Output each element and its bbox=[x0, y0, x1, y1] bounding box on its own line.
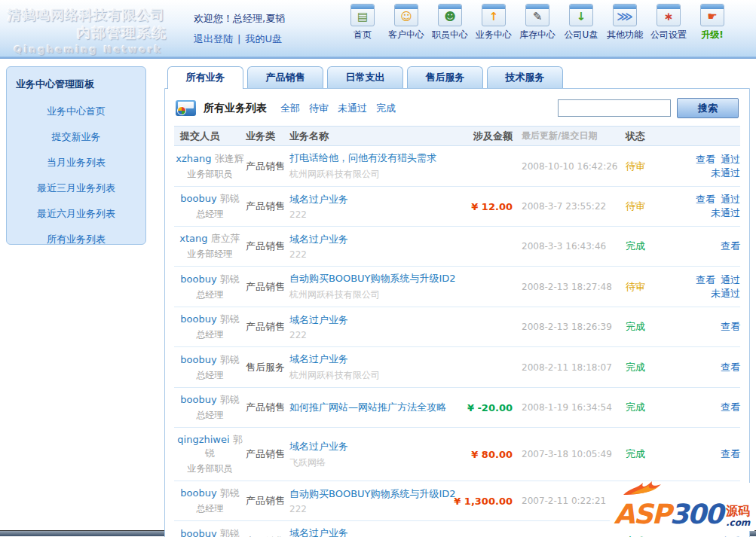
business-category: 产品销售 bbox=[246, 160, 289, 173]
business-subtitle: 飞跃网络 bbox=[289, 456, 454, 469]
search-input[interactable] bbox=[558, 99, 671, 117]
filter-link[interactable]: 待审 bbox=[309, 102, 329, 114]
submitter-username-link[interactable]: boobuy bbox=[180, 273, 216, 285]
nav-item[interactable]: ↓ 公司U盘 bbox=[559, 4, 603, 41]
nav-item[interactable]: ☻ 职员中心 bbox=[428, 4, 472, 41]
submitter-username-link[interactable]: boobuy bbox=[180, 394, 216, 405]
sidebar-title: 业务中心管理面板 bbox=[7, 75, 145, 99]
submitter-username-link[interactable]: boobuy bbox=[180, 313, 216, 325]
top-nav: ▤ 首页 ☺ 客户中心 ☻ 职员中心 ↑ bbox=[341, 4, 734, 41]
tab[interactable]: 技术服务 bbox=[487, 66, 563, 88]
business-category: 产品销售 bbox=[246, 320, 289, 334]
sidebar-item[interactable]: 所有业务列表 bbox=[7, 227, 145, 252]
app-window: 清鹤鸣网络科技有限公司 内部管理系统 Qingheming Network 欢迎… bbox=[0, 0, 756, 537]
action-link[interactable]: 查看 bbox=[721, 401, 740, 413]
nav-item[interactable]: ☛ 升级! bbox=[690, 4, 734, 41]
submitter-username-link[interactable]: xtang bbox=[179, 233, 207, 244]
update-date: 2008-3-3 16:43:46 bbox=[513, 241, 623, 252]
status-badge: 完成 bbox=[623, 535, 659, 537]
business-title-link[interactable]: 域名过户业务 bbox=[289, 233, 454, 246]
filter-link[interactable]: 未通过 bbox=[338, 102, 367, 114]
business-title-link[interactable]: 自动购买BOOBUY购物系统与升级ID2 bbox=[289, 272, 454, 285]
tab[interactable]: 日常支出 bbox=[327, 66, 403, 88]
submitter-realname: 郭锐 bbox=[220, 193, 240, 204]
action-link[interactable]: 查看 bbox=[696, 274, 715, 285]
business-title-link[interactable]: 自动购买BOOBUY购物系统与升级ID2 bbox=[289, 487, 454, 501]
status-badge: 完成 bbox=[623, 401, 659, 414]
action-link[interactable]: 查看 bbox=[696, 154, 715, 165]
nav-item[interactable]: ∗ 公司设置 bbox=[647, 4, 690, 41]
action-link[interactable]: 未通过 bbox=[711, 167, 740, 178]
filter-link[interactable]: 全部 bbox=[280, 102, 300, 114]
logo-english-name: Qingheming Network bbox=[8, 44, 179, 55]
status-badge: 待审 bbox=[623, 160, 659, 173]
business-title-link[interactable]: 域名过户业务 bbox=[289, 526, 454, 537]
header-separator bbox=[0, 56, 756, 59]
business-title-link[interactable]: 域名过户业务 bbox=[289, 352, 454, 366]
business-name-cell: 域名过户业务 杭州11网跃科技有限公司2 bbox=[289, 526, 454, 537]
column-header-status: 状态 bbox=[623, 130, 659, 143]
list-title: 所有业务列表 bbox=[204, 102, 267, 115]
action-link[interactable]: 查看 bbox=[721, 321, 740, 332]
update-date: 2008-2-13 18:27:48 bbox=[513, 282, 623, 292]
action-link[interactable]: 通过 bbox=[721, 274, 740, 285]
business-category: 产品销售 bbox=[246, 494, 289, 508]
submitter-username-link[interactable]: xzhang bbox=[176, 153, 211, 164]
submitter-username-link[interactable]: boobuy bbox=[180, 487, 216, 499]
my-udisk-link[interactable]: 我的U盘 bbox=[245, 33, 282, 44]
table-row: qingzhiwei 郭锐 业务部职员 产品销售 域名过户业务 飞跃网络 ¥ 8… bbox=[174, 428, 740, 481]
table-header: 提交人员 业务类 业务名称 涉及金额 最后更新/提交日期 状态 bbox=[174, 126, 740, 146]
tab[interactable]: 售后服务 bbox=[407, 66, 483, 88]
action-link[interactable]: 查看 bbox=[721, 448, 740, 459]
update-date: 2008-10-10 16:42:26 bbox=[513, 161, 623, 172]
action-link[interactable]: 查看 bbox=[721, 362, 740, 373]
tab[interactable]: 产品销售 bbox=[247, 66, 323, 88]
business-title-link[interactable]: 如何推广网站—网站推广方法全攻略 bbox=[289, 401, 454, 414]
action-link[interactable]: 通过 bbox=[721, 154, 740, 165]
main-content: 所有业务产品销售日常支出售后服务技术服务 所有业务列表 全部待审未通过完成 搜索… bbox=[164, 66, 750, 537]
sidebar-item[interactable]: 提交新业务 bbox=[7, 124, 145, 150]
business-category: 产品销售 bbox=[246, 280, 289, 294]
submitter-username-link[interactable]: boobuy bbox=[180, 193, 216, 204]
welcome-text: 欢迎您！总经理,夏韬 bbox=[194, 12, 285, 26]
action-link[interactable]: 通过 bbox=[721, 194, 740, 205]
filter-link[interactable]: 完成 bbox=[376, 102, 396, 114]
search-button[interactable]: 搜索 bbox=[677, 98, 739, 118]
nav-item[interactable]: ✎ 库存中心 bbox=[516, 4, 559, 41]
sidebar-item[interactable]: 最近六月业务列表 bbox=[7, 201, 145, 227]
inventory-center-icon: ✎ bbox=[525, 4, 549, 26]
nav-item[interactable]: ↑ 业务中心 bbox=[472, 4, 516, 41]
sidebar-item[interactable]: 最近三月业务列表 bbox=[7, 175, 145, 201]
business-title-link[interactable]: 域名过户业务 bbox=[289, 440, 454, 453]
submitter-username-link[interactable]: qingzhiwei bbox=[177, 434, 229, 445]
row-actions: 查看通过未通过 bbox=[659, 273, 740, 301]
sidebar-item[interactable]: 当月业务列表 bbox=[7, 150, 145, 175]
business-title-link[interactable]: 域名过户业务 bbox=[289, 193, 454, 206]
action-link[interactable]: 未通过 bbox=[711, 207, 740, 218]
column-header-amount: 涉及金额 bbox=[454, 130, 513, 143]
submitter-username-link[interactable]: boobuy bbox=[180, 354, 216, 365]
status-badge: 完成 bbox=[623, 320, 659, 334]
nav-item[interactable]: ⋙ 其他功能 bbox=[603, 4, 647, 41]
nav-item[interactable]: ☺ 客户中心 bbox=[384, 4, 428, 41]
submitter-role: 总经理 bbox=[174, 369, 246, 382]
tab[interactable]: 所有业务 bbox=[167, 66, 243, 89]
amount: ¥ 1,300.00 bbox=[454, 496, 513, 507]
submitter-role: 总经理 bbox=[174, 409, 246, 422]
action-link[interactable]: 查看 bbox=[721, 240, 740, 252]
welcome-block: 欢迎您！总经理,夏韬 退出登陆|我的U盘 bbox=[194, 12, 285, 46]
header: 清鹤鸣网络科技有限公司 内部管理系统 Qingheming Network 欢迎… bbox=[0, 0, 756, 56]
submitter-role: 业务部职员 bbox=[174, 462, 246, 475]
content-panel: 所有业务列表 全部待审未通过完成 搜索 提交人员 业务类 业务名称 涉及金额 最… bbox=[164, 88, 750, 537]
logout-link[interactable]: 退出登陆 bbox=[194, 33, 233, 44]
nav-item[interactable]: ▤ 首页 bbox=[341, 4, 384, 41]
submitter-username-link[interactable]: boobuy bbox=[180, 528, 216, 537]
action-link[interactable]: 查看 bbox=[696, 194, 715, 205]
sidebar-item[interactable]: 业务中心首页 bbox=[7, 99, 145, 124]
business-subtitle: 222 bbox=[289, 249, 454, 260]
business-title-link[interactable]: 打电话给他，问他有没有猎头需求 bbox=[289, 151, 454, 165]
business-name-cell: 域名过户业务 222 bbox=[289, 193, 454, 220]
action-link[interactable]: 未通过 bbox=[711, 288, 740, 299]
business-title-link[interactable]: 域名过户业务 bbox=[289, 313, 454, 327]
business-subtitle: 杭州网跃科技有限公司 bbox=[289, 369, 454, 382]
